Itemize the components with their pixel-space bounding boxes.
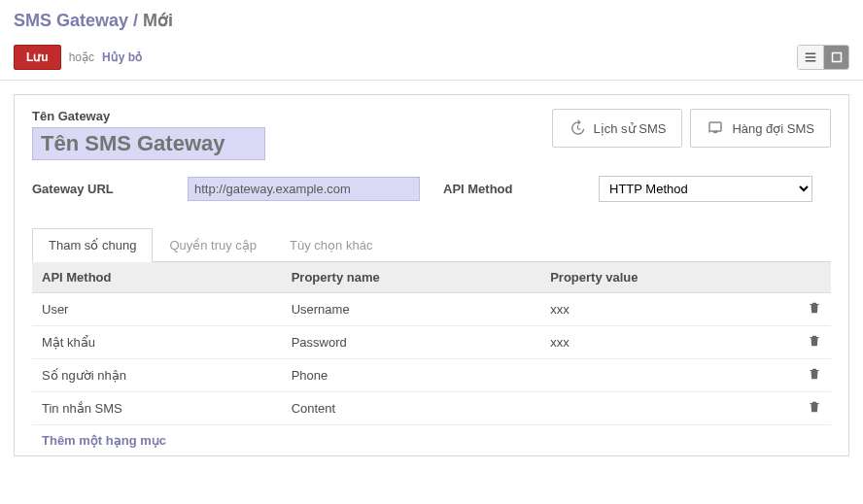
gateway-name-label: Tên Gateway xyxy=(32,109,265,123)
breadcrumb-current: Mới xyxy=(143,11,173,30)
params-table: API Method Property name Property value … xyxy=(32,262,831,455)
form-sheet: Tên Gateway Lịch sử SMS Hàng đợi SMS xyxy=(14,94,849,456)
table-row[interactable]: Mật khẩuPasswordxxx xyxy=(32,326,831,359)
discard-link[interactable]: Hủy bỏ xyxy=(102,50,142,64)
or-text: hoặc xyxy=(69,50,94,64)
form-icon xyxy=(831,51,843,63)
cell-pname[interactable]: Content xyxy=(282,392,541,425)
api-method-label: API Method xyxy=(443,182,599,196)
table-row[interactable]: Tin nhắn SMSContent xyxy=(32,392,831,425)
action-bar: Lưu hoặc Hủy bỏ xyxy=(0,39,863,81)
table-row[interactable]: UserUsernamexxx xyxy=(32,293,831,326)
cell-pvalue[interactable]: xxx xyxy=(540,326,798,359)
cell-pname[interactable]: Username xyxy=(282,293,541,326)
trash-icon[interactable] xyxy=(808,367,821,381)
cell-pvalue[interactable] xyxy=(540,359,798,392)
cell-method[interactable]: Số người nhận xyxy=(32,359,282,392)
sms-queue-label: Hàng đợi SMS xyxy=(732,121,814,136)
save-button[interactable]: Lưu xyxy=(14,45,61,70)
tabs: Tham số chung Quyền truy cập Tùy chọn kh… xyxy=(32,227,831,262)
tab-general[interactable]: Tham số chung xyxy=(32,228,153,262)
cell-pvalue[interactable] xyxy=(540,392,798,425)
breadcrumb-sep: / xyxy=(133,11,138,30)
form-view-button[interactable] xyxy=(823,46,848,69)
add-row[interactable]: Thêm một hạng mục xyxy=(32,425,831,456)
cell-method[interactable]: Mật khẩu xyxy=(32,326,282,359)
history-icon xyxy=(569,119,586,137)
sms-history-button[interactable]: Lịch sử SMS xyxy=(552,109,683,148)
cell-method[interactable]: User xyxy=(32,293,282,326)
list-view-button[interactable] xyxy=(798,46,823,69)
trash-icon[interactable] xyxy=(808,334,821,348)
trash-icon[interactable] xyxy=(808,400,821,414)
inbox-icon xyxy=(707,119,724,137)
api-method-select[interactable]: HTTP Method xyxy=(599,176,812,202)
tab-other[interactable]: Tùy chọn khác xyxy=(273,228,389,262)
cell-pname[interactable]: Password xyxy=(282,326,541,359)
gateway-url-label: Gateway URL xyxy=(32,182,188,196)
gateway-name-input[interactable] xyxy=(32,127,265,160)
table-row[interactable]: Số người nhậnPhone xyxy=(32,359,831,392)
sms-history-label: Lịch sử SMS xyxy=(594,121,667,136)
breadcrumb-root[interactable]: SMS Gateway xyxy=(14,11,128,30)
add-item-link[interactable]: Thêm một hạng mục xyxy=(32,425,831,456)
cell-pvalue[interactable]: xxx xyxy=(540,293,798,326)
list-icon xyxy=(805,51,816,63)
trash-icon[interactable] xyxy=(808,301,821,315)
cell-method[interactable]: Tin nhắn SMS xyxy=(32,392,282,425)
tab-access[interactable]: Quyền truy cập xyxy=(153,228,273,262)
col-delete xyxy=(798,262,831,293)
col-property-name[interactable]: Property name xyxy=(282,262,541,293)
gateway-url-input[interactable] xyxy=(188,177,420,201)
sms-queue-button[interactable]: Hàng đợi SMS xyxy=(690,109,831,148)
view-switcher xyxy=(797,45,849,70)
col-property-value[interactable]: Property value xyxy=(540,262,798,293)
breadcrumb: SMS Gateway / Mới xyxy=(0,0,863,39)
cell-pname[interactable]: Phone xyxy=(282,359,541,392)
col-api-method[interactable]: API Method xyxy=(32,262,282,293)
